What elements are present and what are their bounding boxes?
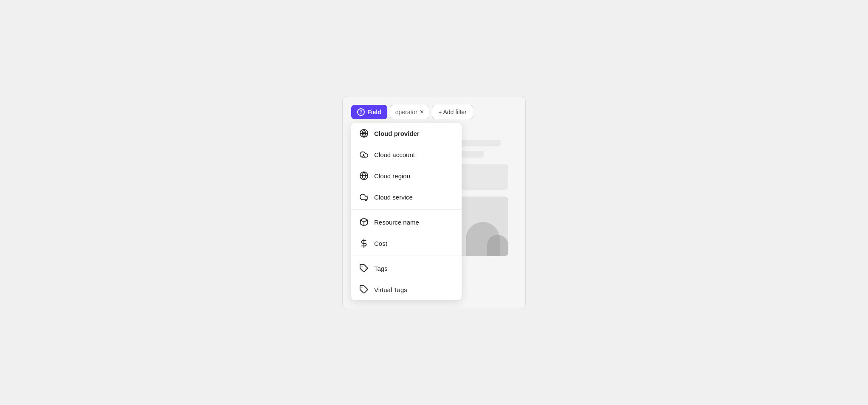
menu-item-cloud-service[interactable]: Cloud service [351, 186, 462, 208]
cloud-service-label: Cloud service [374, 194, 413, 201]
tags-label: Tags [374, 265, 388, 272]
cost-icon [359, 238, 369, 248]
cost-label: Cost [374, 240, 387, 247]
operator-text: operator [395, 109, 417, 115]
field-label: Field [367, 109, 381, 115]
operator-pill: operator × [390, 105, 430, 119]
cloud-account-icon [359, 149, 369, 160]
virtual-tags-icon [359, 284, 369, 295]
add-filter-button[interactable]: + Add filter [432, 105, 473, 119]
svg-point-2 [363, 132, 365, 135]
menu-item-tags[interactable]: Tags [351, 258, 462, 279]
filter-bar: ? Field operator × + Add filter [351, 105, 517, 119]
resource-name-label: Resource name [374, 219, 419, 226]
cloud-provider-icon [359, 128, 369, 138]
menu-item-cloud-provider[interactable]: Cloud provider [351, 123, 462, 144]
field-button[interactable]: ? Field [351, 105, 387, 119]
tags-icon [359, 263, 369, 273]
foreground-content: ? Field operator × + Add filter [351, 105, 517, 300]
menu-item-resource-name[interactable]: Resource name [351, 211, 462, 233]
divider-1 [351, 209, 462, 210]
main-card: ? Field operator × + Add filter [342, 96, 526, 309]
menu-item-virtual-tags[interactable]: Virtual Tags [351, 279, 462, 300]
menu-item-cost[interactable]: Cost [351, 233, 462, 254]
virtual-tags-label: Virtual Tags [374, 286, 407, 293]
menu-item-cloud-account[interactable]: Cloud account [351, 144, 462, 165]
cloud-account-label: Cloud account [374, 151, 415, 158]
cloud-region-icon [359, 171, 369, 181]
dropdown-menu: Cloud provider Cloud account [351, 123, 462, 300]
cloud-provider-label: Cloud provider [374, 130, 420, 137]
add-filter-label: + Add filter [438, 109, 467, 115]
question-icon: ? [357, 108, 365, 116]
resource-icon [359, 217, 369, 227]
menu-item-cloud-region[interactable]: Cloud region [351, 165, 462, 186]
divider-2 [351, 256, 462, 256]
close-button[interactable]: × [420, 109, 424, 115]
cloud-service-icon [359, 192, 369, 202]
cloud-region-label: Cloud region [374, 172, 410, 180]
